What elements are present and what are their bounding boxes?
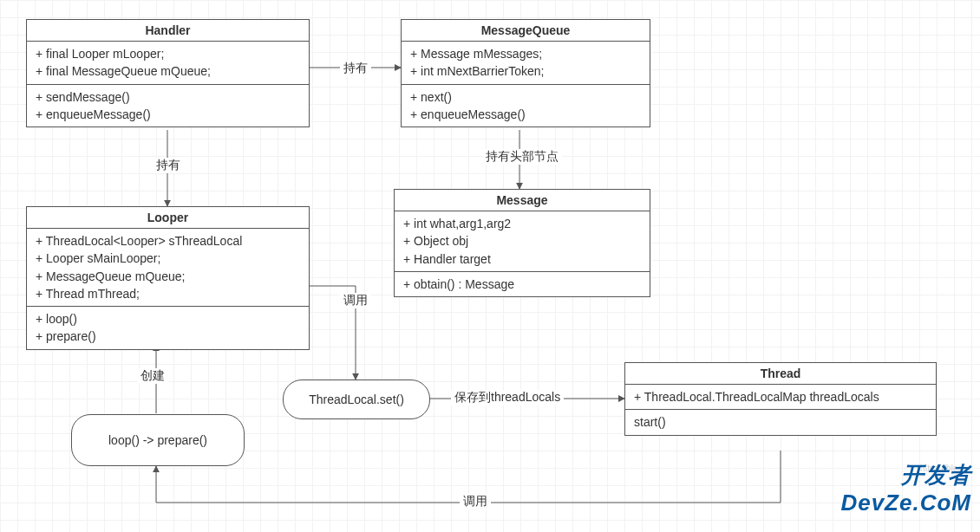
field: + MessageQueue mQueue; xyxy=(36,268,300,285)
class-methods: + next() + enqueueMessage() xyxy=(402,85,650,127)
class-methods: + sendMessage() + enqueueMessage() xyxy=(27,85,309,127)
edge-label-thread-lp: 调用 xyxy=(460,494,491,509)
edge-label-looper-tls: 调用 xyxy=(340,293,371,308)
edge-label-tls-thread: 保存到threadLocals xyxy=(451,390,564,405)
class-fields: + int what,arg1,arg2 + Object obj + Hand… xyxy=(395,211,650,272)
method: + enqueueMessage() xyxy=(410,106,641,123)
field: + final Looper mLooper; xyxy=(36,45,300,62)
field: + int mNextBarrierToken; xyxy=(410,62,641,80)
class-handler: Handler + final Looper mLooper; + final … xyxy=(26,19,310,127)
watermark-cn: 开发者 xyxy=(901,460,971,490)
method: + loop() xyxy=(36,310,300,328)
edge-label-lp-looper: 创建 xyxy=(137,368,168,384)
field: + Object obj xyxy=(403,232,641,250)
class-title: Thread xyxy=(625,363,936,385)
node-threadlocal-set: ThreadLocal.set() xyxy=(283,380,430,419)
class-looper: Looper + ThreadLocal<Looper> sThreadLoca… xyxy=(26,206,310,350)
edge-label-handler-looper: 持有 xyxy=(153,158,184,173)
class-methods: start() xyxy=(625,410,936,434)
field: + Message mMessages; xyxy=(410,45,641,62)
class-fields: + final Looper mLooper; + final MessageQ… xyxy=(27,42,309,85)
field: + Handler target xyxy=(403,250,641,268)
class-title: Looper xyxy=(27,207,309,229)
class-fields: + ThreadLocal.ThreadLocalMap threadLocal… xyxy=(625,385,936,410)
class-message: Message + int what,arg1,arg2 + Object ob… xyxy=(394,189,650,297)
watermark-en: DevZe.CoM xyxy=(840,490,971,516)
class-methods: + loop() + prepare() xyxy=(27,307,309,349)
class-title: Handler xyxy=(27,20,309,42)
class-fields: + ThreadLocal<Looper> sThreadLocal + Loo… xyxy=(27,229,309,307)
field: + ThreadLocal.ThreadLocalMap threadLocal… xyxy=(634,388,927,405)
edge-label-handler-mq: 持有 xyxy=(340,61,371,76)
method: + sendMessage() xyxy=(36,88,300,106)
method: start() xyxy=(634,413,927,431)
class-title: Message xyxy=(395,190,650,211)
method: + enqueueMessage() xyxy=(36,106,300,123)
node-loop-prepare: loop() -> prepare() xyxy=(71,414,245,466)
field: + ThreadLocal<Looper> sThreadLocal xyxy=(36,232,300,250)
method: + obtain() : Message xyxy=(403,276,641,293)
class-message-queue: MessageQueue + Message mMessages; + int … xyxy=(401,19,650,127)
method: + prepare() xyxy=(36,328,300,345)
method: + next() xyxy=(410,88,641,106)
field: + Looper sMainLooper; xyxy=(36,250,300,267)
field: + final MessageQueue mQueue; xyxy=(36,62,300,80)
node-label: ThreadLocal.set() xyxy=(309,393,404,406)
field: + Thread mThread; xyxy=(36,285,300,302)
class-fields: + Message mMessages; + int mNextBarrierT… xyxy=(402,42,650,85)
edge-label-mq-message: 持有头部节点 xyxy=(482,149,562,165)
class-title: MessageQueue xyxy=(402,20,650,42)
class-thread: Thread + ThreadLocal.ThreadLocalMap thre… xyxy=(624,362,937,436)
class-methods: + obtain() : Message xyxy=(395,272,650,296)
field: + int what,arg1,arg2 xyxy=(403,215,641,232)
node-label: loop() -> prepare() xyxy=(108,433,207,447)
